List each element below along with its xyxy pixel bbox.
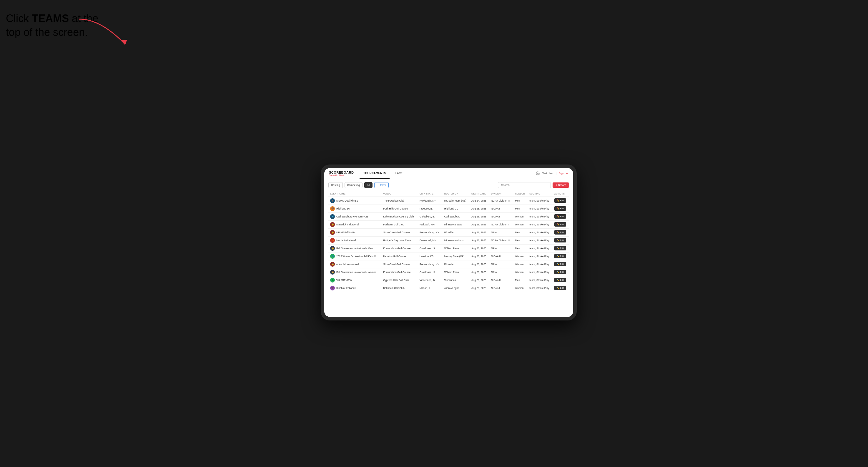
event-name-5: Morris Invitational [336, 239, 356, 242]
tab-teams[interactable]: TEAMS [390, 168, 407, 179]
cell-venue-4: StoneCrest Golf Course [381, 228, 418, 236]
edit-button-11[interactable]: ✏️ Edit [554, 286, 566, 290]
team-icon-11: 🦅 [330, 286, 335, 290]
event-name-9: Fall Statesmen Invitational - Women [336, 271, 376, 274]
cell-actions-2: ✏️ Edit [553, 213, 569, 220]
cell-gender-7: Women [513, 252, 528, 260]
cell-city-3: Faribault, MN [418, 220, 442, 228]
all-button[interactable]: All [364, 182, 372, 188]
table-row: 🦅 MSMC Qualifying 1 The Powelton Club Ne… [329, 196, 569, 205]
cell-event-1: 🐻 Highland 36 [329, 205, 381, 213]
event-name-10: VU PREVIEW [336, 279, 352, 282]
cell-date-7: Aug 28, 2023 [470, 252, 489, 260]
edit-button-1[interactable]: ✏️ Edit [554, 206, 566, 211]
col-division: DIVISION [489, 191, 514, 197]
edit-button-3[interactable]: ✏️ Edit [554, 222, 566, 226]
cell-scoring-5: team, Stroke Play [528, 236, 552, 244]
team-icon-9: 🤠 [330, 270, 335, 275]
team-icon-3: 🤠 [330, 222, 335, 227]
table-row: 🌲 VU PREVIEW Cypress Hills Golf Club Vin… [329, 276, 569, 284]
cell-gender-1: Men [513, 205, 528, 213]
cell-hosted-2: Carl Sandburg [442, 213, 470, 220]
col-gender: GENDER [513, 191, 528, 197]
cell-city-1: Freeport, IL [418, 205, 442, 213]
cell-gender-5: Men [513, 236, 528, 244]
cell-event-10: 🌲 VU PREVIEW [329, 276, 381, 284]
cell-gender-9: Women [513, 268, 528, 276]
logo-sub: Powered by Clippit [329, 174, 354, 176]
edit-button-8[interactable]: ✏️ Edit [554, 262, 566, 266]
signout-link[interactable]: Sign out [559, 172, 568, 175]
filter-button[interactable]: ☰ Filter [374, 182, 389, 188]
event-name-6: Fall Statesmen Invitational - Men [336, 247, 373, 250]
event-name-8: upike fall invitational [336, 263, 359, 266]
cell-gender-2: Women [513, 213, 528, 220]
cell-scoring-3: team, Stroke Play [528, 220, 552, 228]
cell-hosted-0: Mt. Saint Mary (NY) [442, 196, 470, 205]
team-icon-8: 🤠 [330, 262, 335, 267]
search-input[interactable] [498, 182, 551, 188]
cell-gender-11: Women [513, 284, 528, 292]
event-name-11: Klash at Kokopelli [336, 287, 356, 289]
edit-button-6[interactable]: ✏️ Edit [554, 246, 566, 250]
team-icon-6: 🤠 [330, 246, 335, 251]
cell-city-8: Prestonsburg, KY [418, 260, 442, 268]
cell-division-5: NCAA Division III [489, 236, 514, 244]
cell-venue-7: Hesston Golf Course [381, 252, 418, 260]
cell-venue-3: Faribault Golf Club [381, 220, 418, 228]
cell-city-11: Marion, IL [418, 284, 442, 292]
cell-gender-6: Men [513, 244, 528, 252]
main-content: Hosting Competing All ☰ Filter + Create … [324, 179, 573, 317]
edit-button-4[interactable]: ✏️ Edit [554, 230, 566, 235]
svg-marker-0 [121, 40, 127, 45]
edit-button-2[interactable]: ✏️ Edit [554, 214, 566, 219]
nav-tabs: TOURNAMENTS TEAMS [360, 168, 407, 179]
cell-hosted-6: William Penn [442, 244, 470, 252]
cell-actions-11: ✏️ Edit [553, 284, 569, 292]
create-button[interactable]: + Create [553, 182, 569, 188]
cell-venue-1: Park Hills Golf Course [381, 205, 418, 213]
logo-title: SCOREBOARD [329, 171, 354, 174]
tab-tournaments[interactable]: TOURNAMENTS [360, 168, 390, 179]
edit-button-9[interactable]: ✏️ Edit [554, 270, 566, 274]
cell-date-1: Aug 25, 2023 [470, 205, 489, 213]
edit-icon-11: ✏️ [557, 287, 559, 289]
cell-city-0: Newburgh, NY [418, 196, 442, 205]
cell-city-2: Galesburg, IL [418, 213, 442, 220]
edit-button-10[interactable]: ✏️ Edit [554, 278, 566, 282]
edit-icon-4: ✏️ [557, 231, 559, 234]
cell-hosted-5: Minnesota-Morris [442, 236, 470, 244]
cell-actions-10: ✏️ Edit [553, 276, 569, 284]
cell-city-4: Prestonsburg, KY [418, 228, 442, 236]
table-row: 🦊 Morris Invitational Ruttger's Bay Lake… [329, 236, 569, 244]
cell-scoring-4: team, Stroke Play [528, 228, 552, 236]
cell-hosted-11: John A Logan [442, 284, 470, 292]
col-actions: ACTIONS [553, 191, 569, 197]
edit-button-7[interactable]: ✏️ Edit [554, 254, 566, 258]
edit-icon-9: ✏️ [557, 271, 559, 273]
filter-icon: ☰ [377, 184, 379, 187]
settings-icon[interactable] [536, 171, 540, 176]
cell-date-8: Aug 28, 2023 [470, 260, 489, 268]
cell-date-5: Aug 28, 2023 [470, 236, 489, 244]
competing-button[interactable]: Competing [345, 182, 363, 188]
col-city-state: CITY, STATE [418, 191, 442, 197]
team-icon-2: 🐦 [330, 214, 335, 219]
edit-button-0[interactable]: ✏️ Edit [554, 198, 566, 203]
cell-division-4: NAIA [489, 228, 514, 236]
cell-gender-3: Women [513, 220, 528, 228]
cell-hosted-7: Murray State (OK) [442, 252, 470, 260]
cell-hosted-8: Pikeville [442, 260, 470, 268]
cell-actions-9: ✏️ Edit [553, 268, 569, 276]
event-name-7: 2023 Women's Hesston Fall Kickoff [336, 255, 376, 258]
cell-venue-6: Edmundson Golf Course [381, 244, 418, 252]
app-logo: SCOREBOARD Powered by Clippit [329, 171, 354, 176]
edit-button-5[interactable]: ✏️ Edit [554, 238, 566, 243]
cell-division-1: NICAA I [489, 205, 514, 213]
hosting-button[interactable]: Hosting [329, 182, 343, 188]
table-header-row: EVENT NAME VENUE CITY, STATE HOSTED BY S… [329, 191, 569, 197]
edit-icon-1: ✏️ [557, 207, 559, 210]
event-name-1: Highland 36 [336, 207, 349, 210]
cell-event-7: 🐾 2023 Women's Hesston Fall Kickoff [329, 252, 381, 260]
cell-date-11: Aug 28, 2023 [470, 284, 489, 292]
